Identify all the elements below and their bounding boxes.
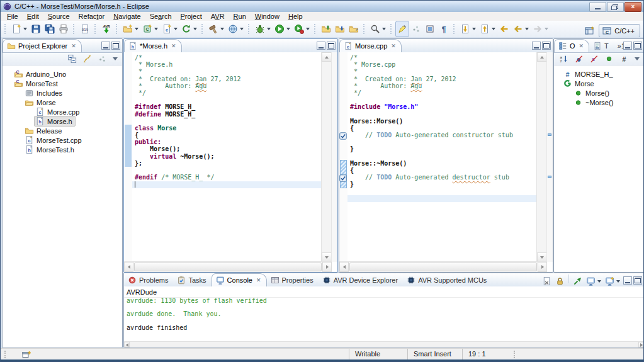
dropdown-arrow-icon[interactable] [135,28,138,30]
statusbar-grip[interactable] [4,351,8,358]
toolbar-button-download-project[interactable] [333,21,347,37]
toolbar-button-open-project[interactable] [347,21,361,37]
tree-item-morse-cpp[interactable]: cMorse.cpp [3,107,122,116]
dropdown-arrow-icon[interactable] [286,28,290,30]
scroll-right-arrow[interactable] [638,342,644,348]
view-tab-avr-device-explorer[interactable]: AVR Device Explorer [319,273,404,286]
overview-marker[interactable] [548,176,551,178]
explorer-tab-project-explorer[interactable]: Project Explorer✕ [3,39,82,52]
tree-item-morsetest[interactable]: CMorseTest [3,79,122,88]
tree-item-morsetest-cpp[interactable]: cMorseTest.cpp [3,135,122,145]
dropdown-arrow-icon[interactable] [597,280,601,283]
toolbar-button-new-c-file[interactable]: c [160,21,179,37]
tree-item-morse-h[interactable]: #MORSE_H_ [554,69,644,79]
scrollbar-thumb[interactable] [134,263,322,271]
outline-tab-o[interactable]: O✕ [554,39,589,52]
overview-ruler[interactable] [331,52,337,262]
tree-item-morsetest-h[interactable]: hMorseTest.h [3,145,122,154]
toolbar-button-mark-selection[interactable] [423,21,437,37]
code-area[interactable]: /* * Morse.cpp * * Created on: Jan 27, 2… [347,52,536,262]
view-tab-tasks[interactable]: Tasks [173,273,211,286]
toolbar-button-back[interactable] [511,21,531,37]
tree-item-morse-h[interactable]: hMorse.h [3,116,122,126]
tree-item-includes[interactable]: Includes [3,88,122,98]
scrollbar-thumb[interactable] [349,263,537,271]
dropdown-arrow-icon[interactable] [174,28,178,30]
maximize-view-icon[interactable] [542,42,551,50]
view-tab-avr-supported-mcus[interactable]: AVR Supported MCUs [403,273,492,286]
outline-tab-t[interactable]: T [589,39,614,52]
toolbar-button-save[interactable] [29,21,43,37]
viewbar-button-hide-non-public[interactable] [602,52,616,65]
maximize-view-icon[interactable] [633,42,642,50]
console-button-open-console[interactable] [603,274,622,288]
dropdown-arrow-icon[interactable] [616,280,620,283]
toolbar-button-last-edit-location[interactable] [497,21,511,37]
toolbar-button-forward[interactable] [531,21,550,37]
toolbar-button-next-annotation[interactable] [458,21,478,37]
menu-item-help[interactable]: Help [284,12,307,21]
toolbar-group-grip[interactable] [73,24,76,34]
menu-item-search[interactable]: Search [145,12,176,21]
view-tab-console[interactable]: Console✕ [212,273,267,286]
scroll-up-arrow[interactable] [322,52,332,62]
code-area[interactable]: /* * Morse.h * * Created on: Jan 27, 201… [132,52,321,262]
task-marker-icon[interactable] [339,173,347,181]
scroll-right-arrow[interactable] [322,262,332,272]
maximize-view-icon[interactable] [327,42,336,50]
horizontal-scrollbar[interactable] [124,261,332,272]
tab-close-icon[interactable]: ✕ [171,43,176,49]
dropdown-arrow-icon[interactable] [472,28,476,30]
vertical-scrollbar[interactable] [321,52,332,262]
toolbar-button-prev-annotation[interactable] [478,21,497,37]
toolbar-button-new-cpp-project[interactable] [121,21,140,37]
minimize-view-icon[interactable] [101,42,110,50]
toolbar-button-upload-project[interactable] [319,21,333,37]
scroll-down-arrow[interactable] [537,252,547,262]
title-bar[interactable]: C/C++ - MorseTest/Morse/Morse.h - Eclips… [1,1,643,12]
toolbar-group-grip[interactable] [201,24,205,34]
view-menu-icon[interactable] [635,57,640,60]
tab-close-icon[interactable]: ✕ [256,277,261,283]
fast-view-icon[interactable] [21,349,31,359]
menu-item-navigate[interactable]: Navigate [109,12,145,21]
dropdown-arrow-icon[interactable] [220,28,224,30]
overview-ruler[interactable] [546,52,553,262]
task-marker-icon[interactable] [339,131,347,139]
toolbar-button-avr-upload[interactable]: AVR [99,21,113,37]
overview-marker[interactable] [548,133,551,136]
viewbar-button-hide-static[interactable]: s [587,52,601,65]
menu-item-refactor[interactable]: Refactor [74,12,110,21]
toolbar-button-run[interactable] [273,21,292,37]
window-restore-button[interactable] [607,2,624,12]
toolbar-button-highlighter[interactable] [395,21,409,37]
window-minimize-button[interactable] [589,2,606,12]
maximize-view-icon[interactable] [111,42,120,50]
toolbar-button-debug[interactable] [253,21,273,37]
tab-close-icon[interactable]: ✕ [579,43,584,49]
tree-item-morse[interactable]: Morse [554,79,644,88]
console-button-scroll-lock[interactable] [553,274,567,288]
dropdown-arrow-icon[interactable] [193,28,197,30]
dropdown-arrow-icon[interactable] [306,28,310,30]
console-button-clear-console[interactable] [540,274,553,288]
editor-tab-morse-cpp[interactable]: cMorse.cpp✕ [339,39,402,52]
toolbar-group-grip[interactable] [248,24,251,34]
menu-item-avr[interactable]: AVR [206,12,229,21]
dropdown-arrow-icon[interactable] [267,28,271,30]
console-button-pin-console[interactable] [571,274,584,288]
tree-item-release[interactable]: Release [3,126,122,135]
console-output-area[interactable]: AVRDude avrdude: 1130 bytes of flash ver… [124,286,644,342]
toolbar-group-grip[interactable] [94,24,98,34]
toolbar-button-build-all[interactable] [226,21,246,37]
vertical-scrollbar[interactable] [536,52,547,262]
scroll-up-arrow[interactable] [537,52,547,62]
viewbar-button-filter-inactive[interactable]: # [618,52,631,65]
minimize-view-icon[interactable] [623,276,632,285]
dropdown-arrow-icon[interactable] [382,28,386,30]
toolbar-button-show-whitespace[interactable]: ¶ [437,21,451,37]
toolbar-button-profile[interactable] [292,21,312,37]
scroll-left-arrow[interactable] [124,342,130,348]
toolbar-button-print[interactable] [57,21,71,37]
toolbar-button-new-wizard[interactable] [9,21,29,37]
